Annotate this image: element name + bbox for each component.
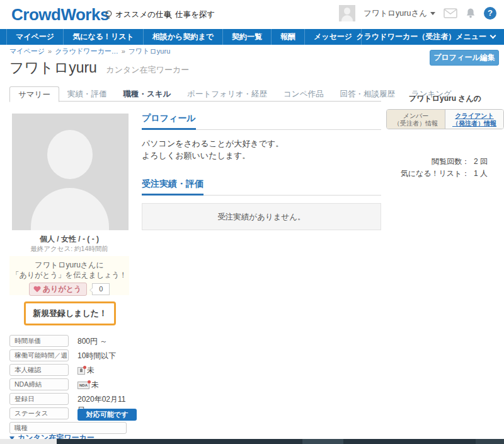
breadcrumb: マイページ»クラウドワーカー…»フワトロyuru bbox=[9, 47, 170, 56]
detail-label: NDA締結 bbox=[9, 378, 69, 390]
breadcrumb-current: フワトロyuru bbox=[129, 47, 170, 55]
detail-label: 本人確認 bbox=[9, 364, 69, 376]
thanks-count: 0 bbox=[92, 283, 110, 295]
nav-favorites-list[interactable]: 気になる！リスト bbox=[64, 29, 144, 45]
thanks-button[interactable]: ありがとう bbox=[29, 283, 87, 296]
main-navbar: マイページ 気になる！リスト 相談から契約まで 契約一覧 報酬 メッセージ クラ… bbox=[0, 29, 504, 45]
breadcrumb-separator: » bbox=[122, 47, 125, 55]
nav-consult-to-contract[interactable]: 相談から契約まで bbox=[144, 29, 223, 45]
profile-meta: 個人 / 女性 / - ( - ) bbox=[9, 234, 129, 245]
worker-menu-label: クラウドワーカー（受注者）メニュー bbox=[356, 29, 486, 45]
tab-portfolio-career[interactable]: ポートフォリオ・経歴 bbox=[179, 86, 275, 101]
status-available-badge[interactable]: 対応可能です bbox=[77, 409, 137, 421]
tab-competition-works[interactable]: コンペ作品 bbox=[275, 86, 331, 101]
detail-value: 未 bbox=[87, 365, 94, 376]
nav-mypage[interactable]: マイページ bbox=[6, 29, 64, 45]
crowdworks-profile-page: CrowdWorks オススメの仕事 仕事を探す フワトロyuruさん bbox=[0, 0, 504, 444]
bottom-strip-light bbox=[0, 439, 57, 444]
mail-icon[interactable] bbox=[444, 8, 457, 18]
detail-row-status: ステータス 対応可能です bbox=[9, 407, 132, 421]
profile-heading-label: プロフィール bbox=[142, 113, 196, 130]
top-header: CrowdWorks オススメの仕事 仕事を探す フワトロyuruさん bbox=[0, 0, 504, 29]
avatar-head bbox=[47, 130, 93, 179]
recommended-jobs-label: オススメの仕事 bbox=[115, 9, 171, 20]
member-info-tab[interactable]: メンバー （受注者）情報 bbox=[387, 110, 445, 129]
find-jobs-label: 仕事を探す bbox=[175, 9, 215, 20]
thanks-box: フワトロyuruさんに 「ありがとう」を伝えましょう！ ありがとう 0 bbox=[9, 256, 129, 295]
page-subtitle: カンタン在宅ワーカー bbox=[106, 65, 189, 74]
profile-section-heading: プロフィール bbox=[142, 112, 381, 130]
thanks-line1: フワトロyuruさんに bbox=[9, 260, 129, 270]
view-count-row: 閲覧回数： 2 回 bbox=[386, 156, 488, 168]
profile-description: パソコンをさわることが大好きです。 よろしくお願いいたします。 bbox=[142, 137, 381, 161]
detail-value: 10時間以下 bbox=[77, 351, 116, 361]
find-jobs-link[interactable]: 仕事を探す bbox=[164, 9, 215, 20]
detail-label: 時間単価 bbox=[9, 335, 69, 347]
bell-icon[interactable] bbox=[466, 8, 476, 19]
breadcrumb-separator: » bbox=[48, 47, 52, 55]
detail-label: 登録日 bbox=[9, 393, 69, 405]
detail-row-nda: NDA締結 NDA 未 bbox=[9, 378, 132, 392]
bottom-taskbar-segment bbox=[302, 439, 343, 444]
page-title: フワトロyuru bbox=[9, 59, 97, 76]
lightbulb-icon bbox=[105, 10, 113, 20]
title-row: フワトロyuru カンタン在宅ワーカー bbox=[9, 58, 189, 78]
chevron-down-icon bbox=[430, 12, 435, 15]
detail-value: 未 bbox=[91, 380, 99, 390]
avatar-body bbox=[31, 188, 109, 230]
detail-label: ステータス bbox=[9, 407, 69, 419]
edit-profile-button[interactable]: プロフィール編集 bbox=[430, 50, 499, 66]
detail-row-identity-verification: 本人確認 未 bbox=[9, 364, 132, 378]
crowdworks-logo[interactable]: CrowdWorks bbox=[11, 5, 109, 25]
tab-jobs-skills[interactable]: 職種・スキル bbox=[115, 86, 179, 101]
chevron-down-icon bbox=[490, 33, 496, 39]
profile-stats: 閲覧回数： 2 回 気になる！リスト： 1 人 bbox=[386, 156, 504, 180]
detail-label: 稼働可能時間／週 bbox=[9, 349, 69, 361]
last-access: 最終アクセス: 約14時間前 bbox=[9, 245, 129, 254]
nav-messages[interactable]: メッセージ bbox=[305, 29, 362, 45]
help-icon[interactable]: ? bbox=[484, 7, 496, 20]
owner-label: フワトロyuru さんの bbox=[386, 93, 504, 104]
nda-stamp-icon: NDA bbox=[77, 382, 89, 389]
results-section-heading: 受注実績・評価 bbox=[142, 178, 381, 196]
tab-results-reviews[interactable]: 実績・評価 bbox=[59, 86, 115, 101]
identity-card-icon bbox=[77, 367, 85, 375]
view-count-value: 2 回 bbox=[474, 157, 488, 166]
breadcrumb-crowdworker[interactable]: クラウドワーカー… bbox=[55, 47, 118, 55]
breadcrumb-mypage[interactable]: マイページ bbox=[9, 47, 45, 55]
worker-menu-dropdown[interactable]: クラウドワーカー（受注者）メニュー bbox=[356, 29, 495, 45]
user-menu[interactable]: フワトロyuruさん bbox=[364, 8, 435, 19]
nav-contract-list[interactable]: 契約一覧 bbox=[223, 29, 272, 45]
favorites-count-value: 1 人 bbox=[474, 169, 488, 178]
thanks-line2: 「ありがとう」を伝えましょう！ bbox=[9, 270, 129, 280]
search-icon bbox=[164, 11, 173, 20]
recommended-jobs-link[interactable]: オススメの仕事 bbox=[105, 9, 171, 20]
main-content: プロフィール パソコンをさわることが大好きです。 よろしくお願いいたします。 受… bbox=[142, 112, 381, 230]
detail-row-hourly-rate: 時間単価 800円 ～ bbox=[9, 335, 132, 349]
right-panel: フワトロyuru さんの メンバー （受注者）情報 クライアント （発注者）情報… bbox=[386, 93, 504, 180]
bottom-taskbar-strip bbox=[57, 439, 504, 444]
tab-summary[interactable]: サマリー bbox=[9, 86, 59, 102]
heart-icon bbox=[33, 286, 41, 293]
detail-value: 800円 ～ bbox=[77, 336, 107, 347]
no-results-box: 受注実績がありません。 bbox=[142, 203, 381, 230]
favorites-count-row: 気になる！リスト： 1 人 bbox=[386, 168, 488, 180]
results-heading-label: 受注実績・評価 bbox=[142, 178, 203, 196]
profile-avatar bbox=[12, 114, 129, 230]
detail-row-available-hours: 稼働可能時間／週 10時間以下 bbox=[9, 349, 132, 363]
nav-rewards[interactable]: 報酬 bbox=[272, 29, 305, 45]
profile-tabs: サマリー 実績・評価 職種・スキル ポートフォリオ・経歴 コンペ作品 回答・相談… bbox=[9, 86, 381, 102]
user-avatar bbox=[339, 5, 355, 21]
thanks-button-label: ありがとう bbox=[43, 284, 81, 294]
user-area: フワトロyuruさん ? bbox=[339, 5, 496, 21]
new-registration-badge: 新規登録しました！ bbox=[24, 301, 116, 325]
bottom-taskbar-segment bbox=[476, 439, 504, 444]
info-toggle: メンバー （受注者）情報 クライアント （発注者）情報 bbox=[386, 109, 504, 129]
user-name: フワトロyuruさん bbox=[364, 8, 427, 19]
client-info-tab[interactable]: クライアント （発注者）情報 bbox=[445, 110, 503, 129]
detail-row-registration-date: 登録日 2020年02月11日 bbox=[9, 393, 132, 407]
